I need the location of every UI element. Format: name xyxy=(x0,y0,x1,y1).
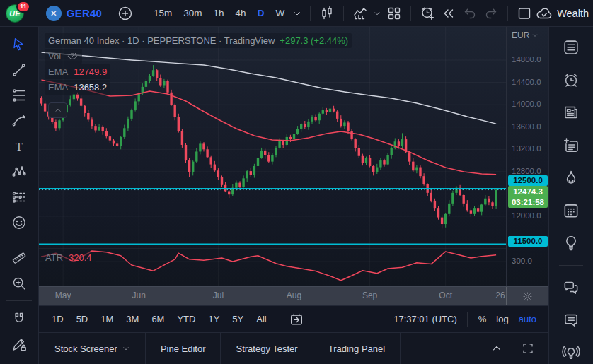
interval-group: 15m30m1h4hDW xyxy=(148,4,290,23)
sidebar-news-button[interactable] xyxy=(558,102,585,124)
cursor-icon xyxy=(11,36,28,53)
tab-stock-screener[interactable]: Stock Screener xyxy=(39,333,146,364)
log-scale-button[interactable]: log xyxy=(491,312,513,327)
tool-forecast[interactable] xyxy=(6,187,33,207)
calendar-icon xyxy=(562,201,580,220)
tab-label: Strategy Tester xyxy=(236,344,297,354)
tool-emoji[interactable] xyxy=(6,212,33,233)
time-axis[interactable]: MayJunJulAugSepOct26 xyxy=(39,286,548,305)
tradingview-app: UE 11 ✕ GER40 15m30m1h4hDW xyxy=(0,0,593,364)
magnet-icon xyxy=(11,310,28,327)
panel-controls xyxy=(486,338,548,359)
tool-cursor[interactable] xyxy=(6,34,33,54)
range-1d[interactable]: 1D xyxy=(46,312,69,327)
divider xyxy=(507,6,508,21)
tool-brush[interactable] xyxy=(6,110,33,131)
tool-magnet[interactable] xyxy=(6,308,33,329)
time-label-oct: Oct xyxy=(439,290,452,300)
symbol-search[interactable]: ✕ GER40 xyxy=(46,6,115,21)
chat-bubbles-icon xyxy=(562,278,580,297)
range-5d[interactable]: 5D xyxy=(71,312,94,327)
level-price-tag-11500: 11500.0 xyxy=(508,236,548,247)
price-axis[interactable]: EUR 14800.014400.014000.013600.013200.01… xyxy=(506,27,548,286)
interval-menu-button[interactable] xyxy=(290,3,304,24)
tab-strategy-tester[interactable]: Strategy Tester xyxy=(221,333,313,364)
broker-logo[interactable]: UE 11 xyxy=(6,2,28,25)
panel-expand-button[interactable] xyxy=(486,338,507,359)
snapshot-button[interactable] xyxy=(514,3,535,24)
tool-fib-retracement[interactable] xyxy=(6,85,33,105)
tab-pine-editor[interactable]: Pine Editor xyxy=(146,333,221,364)
tool-text[interactable]: T xyxy=(6,136,33,156)
chart-style-button[interactable] xyxy=(316,3,338,24)
fullscreen-button[interactable] xyxy=(517,338,539,359)
symbol-logo-icon: ✕ xyxy=(46,6,62,21)
range-5y[interactable]: 5Y xyxy=(226,312,249,327)
cloud-check-icon xyxy=(535,4,553,23)
sidebar-calendar-button[interactable] xyxy=(558,199,585,221)
range-3m[interactable]: 3M xyxy=(120,312,144,327)
range-all[interactable]: All xyxy=(251,312,272,327)
newspaper-icon xyxy=(562,103,580,122)
undo-button[interactable] xyxy=(459,3,480,24)
tool-trend-line[interactable] xyxy=(6,59,33,80)
interval-15m[interactable]: 15m xyxy=(148,4,178,23)
sidebar-text-notes-button[interactable] xyxy=(558,134,585,156)
chart-column: German 40 Index · 1D · PEPPERSTONE · Tra… xyxy=(39,27,548,364)
divider xyxy=(280,312,280,327)
interval-w[interactable]: W xyxy=(270,4,290,23)
range-6m[interactable]: 6M xyxy=(146,312,170,327)
cloud-account-label[interactable]: Wealth xyxy=(557,8,589,19)
time-label-jul: Jul xyxy=(213,290,224,300)
add-symbol-button[interactable] xyxy=(115,3,136,24)
ruler-icon xyxy=(11,249,28,266)
undo-arrow-icon xyxy=(461,5,478,22)
percent-scale-button[interactable]: % xyxy=(473,312,492,327)
cloud-save-button[interactable] xyxy=(535,3,553,24)
tool-measure[interactable] xyxy=(6,247,33,268)
auto-scale-button[interactable]: auto xyxy=(514,312,541,327)
sidebar-public-chats-button[interactable] xyxy=(558,276,585,298)
redo-button[interactable] xyxy=(480,3,502,24)
candlestick-chart[interactable] xyxy=(39,27,506,286)
sidebar-ideas-button[interactable] xyxy=(558,233,585,254)
chevron-down-icon xyxy=(122,344,130,353)
interval-d[interactable]: D xyxy=(252,4,270,23)
range-ytd[interactable]: YTD xyxy=(171,312,201,327)
interval-1h[interactable]: 1h xyxy=(208,4,230,23)
layout-grid-button[interactable] xyxy=(384,3,405,24)
range-1y[interactable]: 1Y xyxy=(202,312,225,327)
level-price-tag-12500: 12500.0 xyxy=(508,175,548,186)
main-area: T xyxy=(0,27,593,364)
interval-4h[interactable]: 4h xyxy=(230,4,252,23)
rewind-icon xyxy=(440,5,457,22)
pane-collapse-button[interactable] xyxy=(48,102,67,118)
chart-settings-button[interactable] xyxy=(506,287,548,305)
interval-30m[interactable]: 30m xyxy=(178,4,207,23)
tool-lock-drawings[interactable] xyxy=(6,334,33,354)
goto-date-button[interactable] xyxy=(286,309,307,330)
indicators-button[interactable] xyxy=(350,3,371,24)
fib-retracement-icon xyxy=(11,87,28,104)
emoji-smiley-icon xyxy=(11,214,28,231)
sidebar-watchlist-button[interactable] xyxy=(558,36,585,58)
tool-xabcd-pattern[interactable] xyxy=(6,161,33,182)
range-1m[interactable]: 1M xyxy=(95,312,119,327)
chart-plot[interactable]: German 40 Index · 1D · PEPPERSTONE · Tra… xyxy=(39,27,506,286)
indicators-menu-button[interactable] xyxy=(371,3,384,24)
price-tick: 12000.0 xyxy=(512,211,541,220)
bar-replay-button[interactable] xyxy=(438,3,459,24)
session-clock[interactable]: 17:37:01 (UTC) xyxy=(389,312,461,327)
symbol-name[interactable]: GER40 xyxy=(67,7,102,19)
sidebar-chat-button[interactable] xyxy=(558,309,585,331)
currency-selector[interactable]: EUR xyxy=(512,30,539,40)
create-alert-button[interactable] xyxy=(417,3,438,24)
tab-trading-panel[interactable]: Trading Panel xyxy=(313,333,401,364)
sidebar-hotlists-button[interactable] xyxy=(558,167,585,189)
brush-icon xyxy=(11,112,28,129)
top-toolbar: UE 11 ✕ GER40 15m30m1h4hDW xyxy=(0,0,593,27)
chevron-down-icon xyxy=(531,32,539,39)
tool-zoom-in[interactable] xyxy=(6,273,33,293)
sidebar-ideas-stream-button[interactable] xyxy=(558,342,585,364)
sidebar-alerts-button[interactable] xyxy=(558,69,585,90)
